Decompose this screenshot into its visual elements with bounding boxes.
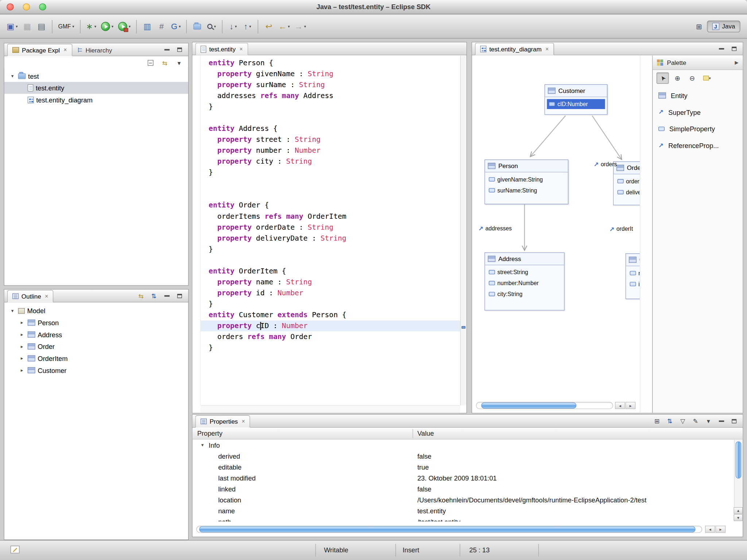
minimize-view-button[interactable] bbox=[162, 291, 171, 300]
forward-button[interactable]: →▾ bbox=[293, 19, 308, 34]
close-icon[interactable]: × bbox=[240, 46, 243, 52]
property-row-derived[interactable]: derivedfalse bbox=[193, 451, 734, 462]
disclosure-triangle-icon[interactable]: ▸ bbox=[19, 368, 25, 373]
diagram-vscrollbar[interactable] bbox=[640, 56, 652, 413]
external-tools-button[interactable]: ▾ bbox=[116, 19, 132, 34]
palette-item-simpleproperty[interactable]: SimpleProperty bbox=[653, 120, 743, 137]
edge-label-addresses[interactable]: ↗addresses bbox=[478, 225, 512, 232]
palette-collapse-icon[interactable]: ▶ bbox=[735, 60, 738, 65]
property-group-row[interactable]: ▾Info bbox=[193, 440, 734, 451]
code-line[interactable]: orders refs many Order bbox=[201, 331, 460, 342]
view-menu-button[interactable]: ▾ bbox=[704, 417, 713, 425]
overview-marker[interactable] bbox=[462, 326, 465, 329]
palette-item-entity[interactable]: Entity bbox=[653, 87, 743, 104]
sort-button[interactable]: ⇅ bbox=[666, 417, 674, 425]
tree-item-test-entity[interactable]: test.entity bbox=[4, 82, 188, 94]
properties-hscrollbar[interactable] bbox=[196, 526, 702, 533]
edit-property-button[interactable]: ✎ bbox=[691, 417, 700, 425]
code-line[interactable]: property givenName : String bbox=[201, 69, 460, 79]
column-header-property[interactable]: Property bbox=[197, 429, 222, 437]
code-line[interactable]: } bbox=[201, 342, 460, 353]
properties-scroll-up-button[interactable]: ▴ bbox=[734, 507, 743, 514]
java-perspective-button[interactable]: J Java bbox=[707, 20, 740, 32]
properties-vscrollbar[interactable]: ▴ ▾ bbox=[734, 440, 742, 522]
properties-vscrollbar-thumb[interactable] bbox=[736, 442, 742, 479]
minimize-view-button[interactable] bbox=[717, 44, 726, 53]
property-row-last-modified[interactable]: last modified23. Oktober 2009 18:01:01 bbox=[193, 472, 734, 483]
disclosure-triangle-icon[interactable]: ▸ bbox=[19, 320, 25, 325]
code-line[interactable]: property id : Number bbox=[201, 288, 460, 299]
code-line[interactable]: orderItems refs many OrderItem bbox=[201, 211, 460, 222]
code-line[interactable] bbox=[201, 255, 460, 266]
property-row-path[interactable]: path/test/test.entity bbox=[193, 516, 734, 521]
sort-button[interactable]: ⇅ bbox=[150, 291, 158, 300]
maximize-view-button[interactable] bbox=[175, 291, 184, 300]
open-perspective-button[interactable]: ⊞ bbox=[696, 22, 702, 31]
code-line[interactable]: property surName : String bbox=[201, 79, 460, 90]
property-row-location[interactable]: location/Users/koehnlein/Documents/devel… bbox=[193, 494, 734, 505]
disclosure-triangle-icon[interactable]: ▸ bbox=[19, 332, 25, 337]
gmf-menu-button[interactable]: GMF▾ bbox=[56, 19, 76, 34]
tab-properties[interactable]: Properties × bbox=[196, 415, 251, 428]
search-button[interactable]: ▾ bbox=[205, 19, 218, 34]
properties-scroll-down-button[interactable]: ▾ bbox=[734, 514, 743, 521]
code-line[interactable]: property name : String bbox=[201, 277, 460, 288]
previous-annotation-button[interactable]: ↑▾ bbox=[241, 19, 254, 34]
show-categories-button[interactable]: ⊞ bbox=[653, 417, 661, 425]
link-with-editor-button[interactable]: ⇆ bbox=[137, 291, 146, 300]
code-line[interactable]: property cID : Number bbox=[201, 320, 460, 331]
tree-item-order[interactable]: ▸Order bbox=[4, 341, 188, 353]
disclosure-triangle-icon[interactable]: ▾ bbox=[199, 442, 206, 447]
close-icon[interactable]: × bbox=[242, 418, 245, 425]
tree-item-model[interactable]: ▾Model bbox=[4, 305, 188, 317]
code-line[interactable]: entity Order { bbox=[201, 200, 460, 211]
run-button[interactable]: ▾ bbox=[99, 19, 115, 34]
property-row-name[interactable]: nametest.entity bbox=[193, 505, 734, 516]
tree-item-orderitem[interactable]: ▸OrderItem bbox=[4, 353, 188, 365]
close-icon[interactable]: × bbox=[63, 47, 67, 53]
note-tool-button[interactable]: ▾ bbox=[701, 73, 713, 84]
tree-item-test-entity-diagram[interactable]: test.entity_diagram bbox=[4, 94, 188, 106]
column-header-value[interactable]: Value bbox=[417, 429, 434, 437]
code-line[interactable] bbox=[201, 178, 460, 189]
last-edit-location-button[interactable]: ↩ bbox=[262, 19, 276, 34]
column-divider[interactable] bbox=[413, 429, 413, 438]
save-button[interactable]: ▦ bbox=[20, 19, 34, 34]
edge-label-orderit[interactable]: ↗orderIt bbox=[609, 226, 633, 232]
collapse-all-button[interactable] bbox=[146, 59, 155, 67]
code-line[interactable]: property orderDate : String bbox=[201, 222, 460, 233]
disclosure-triangle-icon[interactable]: ▸ bbox=[19, 356, 25, 361]
disclosure-triangle-icon[interactable]: ▾ bbox=[9, 308, 16, 313]
disclosure-triangle-icon[interactable]: ▸ bbox=[19, 344, 25, 349]
properties-scroll-right-button[interactable]: ▸ bbox=[716, 526, 725, 533]
code-area[interactable]: entity Person { property givenName : Str… bbox=[201, 58, 460, 405]
diagram-hscrollbar-thumb[interactable] bbox=[481, 402, 576, 409]
code-line[interactable]: entity Person { bbox=[201, 58, 460, 69]
close-icon[interactable]: × bbox=[45, 293, 48, 299]
window-close-button[interactable] bbox=[7, 3, 14, 11]
zoom-in-button[interactable]: ⊕ bbox=[671, 73, 684, 84]
property-row-editable[interactable]: editabletrue bbox=[193, 462, 734, 472]
properties-hscrollbar-thumb[interactable] bbox=[199, 526, 696, 532]
fast-view-icon[interactable] bbox=[11, 546, 20, 553]
window-zoom-button[interactable] bbox=[39, 3, 46, 11]
maximize-view-button[interactable] bbox=[175, 45, 184, 54]
window-minimize-button[interactable] bbox=[23, 3, 30, 11]
palette-header[interactable]: Palette ▶ bbox=[653, 56, 743, 70]
code-line[interactable]: entity OrderItem { bbox=[201, 266, 460, 277]
code-line[interactable]: addresses refs many Address bbox=[201, 90, 460, 101]
overview-ruler[interactable] bbox=[460, 56, 467, 405]
properties-scroll-left-button[interactable]: ◂ bbox=[705, 526, 715, 533]
code-line[interactable]: entity Customer extends Person { bbox=[201, 310, 460, 320]
tab-test-entity[interactable]: test.entity × bbox=[196, 43, 248, 55]
link-with-editor-button[interactable]: ⇆ bbox=[160, 59, 169, 67]
diagram-scroll-left-button[interactable]: ◂ bbox=[615, 402, 625, 409]
new-diagram-button[interactable]: ▥ bbox=[140, 19, 154, 34]
tab-test-entity-diagram[interactable]: test.entity_diagram × bbox=[475, 43, 554, 55]
annotation-ruler[interactable] bbox=[193, 56, 201, 405]
code-line[interactable]: } bbox=[201, 167, 460, 178]
back-button[interactable]: ←▾ bbox=[276, 19, 292, 34]
filter-button[interactable]: ▽ bbox=[678, 417, 687, 425]
maximize-view-button[interactable] bbox=[730, 417, 739, 425]
diagram-scroll-right-button[interactable]: ▸ bbox=[626, 402, 635, 409]
